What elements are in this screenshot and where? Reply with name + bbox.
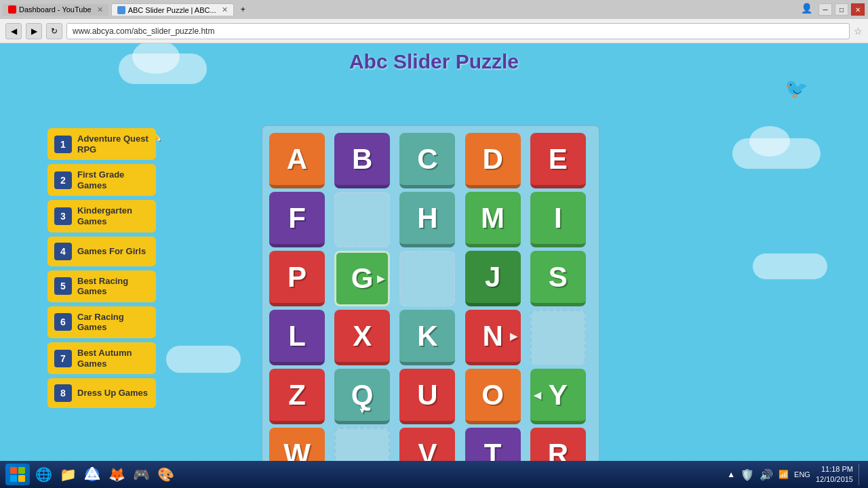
- title-bar: Dashboard - YouTube ✕ ABC Slider Puzzle …: [0, 0, 868, 19]
- tile-letter-r2-c1: G: [351, 262, 374, 295]
- cloud1: [119, 54, 207, 84]
- sidebar-item-1[interactable]: 1 Adventure Quest RPG: [47, 128, 156, 160]
- tile-letter-r0-c1: B: [352, 143, 372, 176]
- tab1[interactable]: Dashboard - YouTube ✕: [3, 4, 108, 16]
- cloud2: [166, 346, 241, 373]
- start-sq-blue: [10, 475, 17, 482]
- tile-r4-c1[interactable]: Q▼: [334, 369, 390, 424]
- sidebar-item-6[interactable]: 6 Car Racing Games: [47, 306, 156, 338]
- arrow-right-r2-c1: ▶: [377, 273, 384, 284]
- taskbar-app1[interactable]: 🎮: [130, 464, 152, 485]
- sidebar-num-1: 1: [54, 136, 72, 153]
- sidebar-item-2[interactable]: 2 First Grade Games: [47, 164, 156, 196]
- show-desktop-btn[interactable]: [859, 464, 863, 485]
- arrow-right-r3-c3: ▶: [510, 331, 517, 342]
- tile-letter-r4-c0: Z: [288, 379, 306, 411]
- tile-r2-c1[interactable]: G▶: [334, 251, 390, 306]
- tile-r0-c4[interactable]: E: [530, 133, 586, 188]
- sidebar-item-3[interactable]: 3 Kindergarten Games: [47, 200, 156, 232]
- back-btn[interactable]: ◀: [5, 23, 22, 39]
- taskbar-clock: 11:18 PM 12/10/2015: [816, 464, 853, 485]
- tile-r2-c3[interactable]: J: [465, 251, 521, 306]
- tile-r3-c0[interactable]: L: [269, 310, 325, 365]
- tile-letter-r2-c4: S: [549, 261, 568, 293]
- tile-letter-r0-c2: C: [417, 143, 437, 176]
- taskbar-lang: ENG: [794, 470, 810, 479]
- sidebar-item-8[interactable]: 8 Dress Up Games: [47, 378, 156, 408]
- taskbar-sound[interactable]: 🔊: [760, 468, 773, 481]
- bookmark-star[interactable]: ☆: [854, 26, 863, 37]
- sidebar-item-4[interactable]: 4 Games For Girls: [47, 237, 156, 266]
- tile-letter-r4-c4: Y: [549, 379, 568, 411]
- tile-letter-r1-c4: I: [554, 202, 562, 235]
- sidebar-item-5[interactable]: 5 Best Racing Games: [47, 270, 156, 302]
- tile-r2-c0[interactable]: P: [269, 251, 325, 306]
- tile-r2-c4[interactable]: S: [530, 251, 586, 306]
- puzzle-grid: ABCDEFHMIPG▶JSLXKN▶ZQ▼UOY◀WVTR: [269, 133, 592, 481]
- taskbar-date: 12/10/2015: [816, 474, 853, 485]
- close-btn[interactable]: ✕: [851, 3, 865, 16]
- tile-letter-r3-c3: N: [482, 320, 502, 352]
- tab1-favicon: [8, 5, 16, 14]
- title-left: Dashboard - YouTube ✕ ABC Slider Puzzle …: [3, 3, 250, 16]
- tab1-close[interactable]: ✕: [97, 5, 103, 14]
- sidebar-label-4: Games For Girls: [77, 246, 146, 257]
- start-button[interactable]: [5, 464, 30, 485]
- sidebar-label-7: Best Autumn Games: [77, 348, 149, 369]
- tile-r1-c3[interactable]: M: [465, 192, 521, 247]
- user-icon: 👤: [801, 3, 812, 16]
- tile-r4-c2[interactable]: U: [399, 369, 455, 424]
- tab2[interactable]: ABC Slider Puzzle | ABC... ✕: [111, 3, 234, 16]
- minimize-btn[interactable]: ─: [818, 3, 832, 16]
- svg-point-3: [90, 472, 95, 477]
- main-content: Abc Slider Puzzle 🐦 🐝✏️ 1 Adventure Ques…: [0, 43, 868, 481]
- window-controls: 👤 ─ □ ✕: [801, 3, 865, 16]
- sidebar-label-1: Adventure Quest RPG: [77, 134, 149, 155]
- taskbar-ie[interactable]: 🌐: [33, 464, 54, 485]
- tile-r4-c4[interactable]: Y◀: [530, 369, 586, 424]
- tab2-favicon: [117, 6, 125, 14]
- arrow-left-r4-c4: ◀: [534, 390, 541, 401]
- tile-letter-r4-c3: O: [481, 379, 504, 411]
- tile-letter-r4-c2: U: [417, 379, 437, 411]
- maximize-btn[interactable]: □: [835, 3, 848, 16]
- taskbar-network[interactable]: 📶: [778, 470, 789, 479]
- taskbar-app2[interactable]: 🎨: [155, 464, 176, 485]
- arrow-down-r4-c1: ▼: [358, 406, 366, 415]
- tile-r3-c3[interactable]: N▶: [465, 310, 521, 365]
- tile-r3-c1[interactable]: X: [334, 310, 390, 365]
- tile-r4-c3[interactable]: O: [465, 369, 521, 424]
- tile-r0-c3[interactable]: D: [465, 133, 521, 188]
- tile-r0-c1[interactable]: B: [334, 133, 390, 188]
- tile-r3-c2[interactable]: K: [399, 310, 455, 365]
- sidebar: 1 Adventure Quest RPG 2 First Grade Game…: [47, 128, 156, 412]
- tile-r3-c4: [530, 310, 586, 365]
- tile-r0-c0[interactable]: A: [269, 133, 325, 188]
- start-sq-yellow: [18, 475, 25, 482]
- start-sq-green: [18, 467, 25, 474]
- tile-r1-c4[interactable]: I: [530, 192, 586, 247]
- tile-letter-r1-c3: M: [481, 202, 505, 235]
- taskbar-explorer[interactable]: 📁: [57, 464, 79, 485]
- sidebar-label-2: First Grade Games: [77, 169, 149, 190]
- sidebar-label-5: Best Racing Games: [77, 276, 149, 297]
- nav-bar: ◀ ▶ ↻ www.abcya.com/abc_slider_puzzle.ht…: [0, 19, 868, 43]
- new-tab-btn[interactable]: +: [237, 3, 250, 16]
- address-bar[interactable]: www.abcya.com/abc_slider_puzzle.htm: [66, 23, 850, 39]
- forward-btn[interactable]: ▶: [26, 23, 42, 39]
- refresh-btn[interactable]: ↻: [46, 23, 62, 39]
- tile-letter-r0-c0: A: [287, 143, 307, 176]
- tab2-close[interactable]: ✕: [222, 5, 228, 14]
- tile-r1-c0[interactable]: F: [269, 192, 325, 247]
- taskbar-firefox[interactable]: 🦊: [106, 464, 127, 485]
- tile-r4-c0[interactable]: Z: [269, 369, 325, 424]
- taskbar-right: ▲ 🛡️ 🔊 📶 ENG 11:18 PM 12/10/2015: [727, 464, 863, 485]
- tile-r1-c2[interactable]: H: [399, 192, 455, 247]
- sidebar-item-7[interactable]: 7 Best Autumn Games: [47, 342, 156, 374]
- taskbar-up-arrow[interactable]: ▲: [727, 470, 735, 479]
- tile-r0-c2[interactable]: C: [399, 133, 455, 188]
- sidebar-num-4: 4: [54, 243, 72, 260]
- puzzle-container: ABCDEFHMIPG▶JSLXKN▶ZQ▼UOY◀WVTR: [261, 125, 600, 481]
- taskbar-chrome[interactable]: [81, 464, 103, 485]
- taskbar-time: 11:18 PM: [816, 464, 853, 474]
